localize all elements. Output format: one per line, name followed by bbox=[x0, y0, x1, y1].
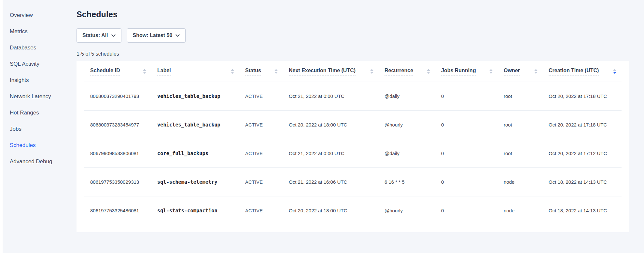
status-filter-label: Status: All bbox=[82, 33, 108, 38]
cell-label: sql-stats-compaction bbox=[157, 208, 245, 214]
sort-icon bbox=[489, 69, 493, 74]
column-header-label: Creation Time (UTC) bbox=[549, 68, 599, 75]
column-header-label: Schedule ID bbox=[90, 68, 120, 75]
cell-schedule-id: 806800373283454977 bbox=[84, 122, 157, 127]
cell-label: vehicles_table_backup bbox=[157, 122, 245, 128]
sidebar-item-schedules[interactable]: Schedules bbox=[3, 137, 76, 153]
cell-status: ACTIVE bbox=[245, 151, 289, 156]
table-header-row: Schedule ID Label Status Next Execution … bbox=[84, 61, 622, 82]
left-gutter bbox=[0, 0, 3, 253]
sort-icon-active-desc bbox=[613, 69, 616, 74]
cell-creation-time: Oct 18, 2022 at 14:13 UTC bbox=[549, 208, 622, 213]
sort-icon bbox=[231, 69, 234, 74]
sort-icon bbox=[274, 69, 278, 74]
main-content: Schedules Status: All Show: Latest 50 1-… bbox=[76, 0, 644, 253]
column-header-label: Next Execution Time (UTC) bbox=[289, 68, 356, 75]
cell-owner: root bbox=[504, 122, 549, 127]
chevron-down-icon bbox=[175, 34, 180, 37]
sidebar-item-advanced-debug[interactable]: Advanced Debug bbox=[3, 153, 76, 170]
cell-status: ACTIVE bbox=[245, 122, 289, 127]
sort-icon bbox=[534, 69, 538, 74]
status-filter-dropdown[interactable]: Status: All bbox=[77, 28, 121, 43]
column-header-label[interactable]: Label bbox=[157, 61, 245, 82]
cell-recurrence: @daily bbox=[385, 151, 441, 156]
show-filter-dropdown[interactable]: Show: Latest 50 bbox=[127, 28, 186, 43]
column-header-label: Owner bbox=[504, 68, 520, 75]
filter-bar: Status: All Show: Latest 50 bbox=[77, 28, 644, 43]
sidebar-item-insights[interactable]: Insights bbox=[3, 72, 76, 88]
cell-owner: root bbox=[504, 151, 549, 156]
cell-label: sql-schema-telemetry bbox=[157, 179, 245, 185]
cell-schedule-id: 806800373290401793 bbox=[84, 93, 157, 99]
table-row: 806799098533806081 core_full_backups ACT… bbox=[84, 139, 622, 168]
cell-next-execution: Oct 21, 2022 at 16:06 UTC bbox=[289, 179, 385, 185]
column-header-owner[interactable]: Owner bbox=[504, 61, 549, 82]
column-header-status[interactable]: Status bbox=[245, 61, 289, 82]
sort-icon bbox=[143, 69, 146, 74]
cell-jobs-running: 0 bbox=[441, 208, 504, 213]
cell-status: ACTIVE bbox=[245, 94, 289, 99]
show-filter-label: Show: Latest 50 bbox=[133, 33, 173, 38]
chevron-down-icon bbox=[111, 34, 116, 37]
cell-jobs-running: 0 bbox=[441, 151, 504, 156]
cell-recurrence: @hourly bbox=[385, 122, 441, 127]
column-header-next-execution-time[interactable]: Next Execution Time (UTC) bbox=[289, 61, 385, 82]
cell-owner: node bbox=[504, 179, 549, 185]
cell-creation-time: Oct 20, 2022 at 17:18 UTC bbox=[549, 122, 622, 127]
cell-jobs-running: 0 bbox=[441, 179, 504, 185]
cell-label: core_full_backups bbox=[157, 151, 245, 156]
column-header-recurrence[interactable]: Recurrence bbox=[385, 61, 441, 82]
cell-recurrence: @daily bbox=[385, 93, 441, 99]
results-count: 1-5 of 5 schedules bbox=[77, 51, 644, 57]
cell-status: ACTIVE bbox=[245, 208, 289, 213]
column-header-schedule-id[interactable]: Schedule ID bbox=[84, 61, 157, 82]
schedules-table-card: Schedule ID Label Status Next Execution … bbox=[77, 61, 629, 232]
cell-jobs-running: 0 bbox=[441, 93, 504, 99]
column-header-creation-time[interactable]: Creation Time (UTC) bbox=[549, 61, 622, 82]
cell-label: vehicles_table_backup bbox=[157, 93, 245, 99]
cell-status: ACTIVE bbox=[245, 180, 289, 185]
table-row: 806197753325486081 sql-stats-compaction … bbox=[84, 196, 622, 225]
cell-next-execution: Oct 20, 2022 at 18:00 UTC bbox=[289, 208, 385, 213]
sort-icon bbox=[427, 69, 430, 74]
cell-recurrence: @hourly bbox=[385, 208, 441, 213]
cell-schedule-id: 806197753325486081 bbox=[84, 208, 157, 213]
sidebar: Overview Metrics Databases SQL Activity … bbox=[3, 0, 76, 253]
column-header-label: Jobs Running bbox=[441, 68, 476, 75]
sidebar-item-metrics[interactable]: Metrics bbox=[3, 23, 76, 40]
cell-next-execution: Oct 21, 2022 at 0:00 UTC bbox=[289, 151, 385, 156]
sidebar-item-hot-ranges[interactable]: Hot Ranges bbox=[3, 105, 76, 121]
column-header-label: Recurrence bbox=[385, 68, 413, 75]
cell-jobs-running: 0 bbox=[441, 122, 504, 127]
cell-creation-time: Oct 20, 2022 at 17:12 UTC bbox=[549, 151, 622, 156]
cell-owner: node bbox=[504, 208, 549, 213]
cell-next-execution: Oct 20, 2022 at 18:00 UTC bbox=[289, 122, 385, 127]
column-header-jobs-running[interactable]: Jobs Running bbox=[441, 61, 504, 82]
sidebar-item-network-latency[interactable]: Network Latency bbox=[3, 88, 76, 105]
cell-owner: root bbox=[504, 93, 549, 99]
cell-recurrence: 6 16 * * 5 bbox=[385, 179, 441, 185]
page-title: Schedules bbox=[77, 10, 644, 19]
sidebar-item-sql-activity[interactable]: SQL Activity bbox=[3, 56, 76, 72]
sidebar-item-jobs[interactable]: Jobs bbox=[3, 121, 76, 137]
cell-schedule-id: 806197753350029313 bbox=[84, 179, 157, 185]
cell-creation-time: Oct 18, 2022 at 14:13 UTC bbox=[549, 179, 622, 185]
column-header-label: Status bbox=[245, 68, 261, 75]
column-header-label: Label bbox=[157, 68, 171, 75]
table-row: 806800373290401793 vehicles_table_backup… bbox=[84, 82, 622, 111]
cell-schedule-id: 806799098533806081 bbox=[84, 151, 157, 156]
table-row: 806800373283454977 vehicles_table_backup… bbox=[84, 111, 622, 139]
sort-icon bbox=[370, 69, 373, 74]
sidebar-item-overview[interactable]: Overview bbox=[3, 7, 76, 23]
sidebar-item-databases[interactable]: Databases bbox=[3, 40, 76, 56]
cell-next-execution: Oct 21, 2022 at 0:00 UTC bbox=[289, 93, 385, 99]
table-row: 806197753350029313 sql-schema-telemetry … bbox=[84, 168, 622, 196]
cell-creation-time: Oct 20, 2022 at 17:18 UTC bbox=[549, 93, 622, 99]
